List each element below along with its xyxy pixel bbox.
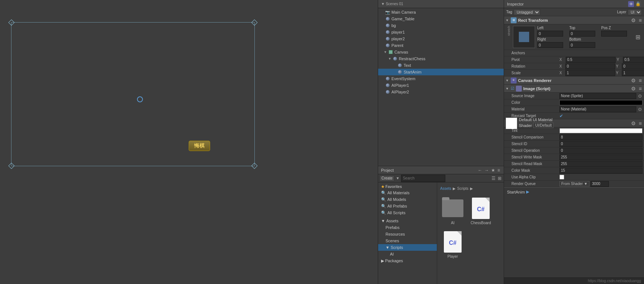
image-script-header[interactable]: ▼ ☑ Image (Script) ⚙ ≡	[504, 85, 644, 93]
sphere-icon-ai1	[385, 83, 390, 88]
scale-value: X Y Z	[559, 70, 644, 76]
hierarchy-item-game-table[interactable]: Game_Table	[378, 16, 504, 22]
render-queue-input[interactable]	[590, 181, 609, 187]
rt-top-value[interactable]	[569, 31, 595, 37]
handle-br[interactable]	[251, 163, 258, 169]
fav-all-materials[interactable]: 🔍 All Materials	[378, 189, 437, 196]
player-file-item[interactable]: C# Player	[440, 229, 465, 260]
rt-left-value[interactable]	[537, 31, 563, 37]
stencil-write-mask-input[interactable]	[559, 154, 643, 160]
hierarchy-content[interactable]: 📷 Main Camera Game_Table bg player1	[378, 8, 504, 166]
lock-icon[interactable]: 🔒	[635, 1, 641, 7]
pivot-y-input[interactable]	[623, 57, 644, 63]
assets-folder[interactable]: ▼ Assets	[378, 218, 437, 224]
handle-tl[interactable]	[8, 20, 15, 26]
material-input[interactable]	[559, 106, 636, 112]
stencil-op-input[interactable]	[559, 148, 643, 154]
rot-x-input[interactable]	[565, 64, 615, 69]
create-button[interactable]: Create	[380, 175, 394, 181]
hierarchy-item-eventsystem[interactable]: EventSystem	[378, 75, 504, 82]
tag-layer-bar: Tag Untagged Layer UI	[504, 8, 644, 16]
eye-icon[interactable]: 👁	[628, 1, 634, 7]
rect-transform-header[interactable]: ▼ ⊞ Rect Transform ⚙ ≡	[504, 16, 644, 24]
project-toolbar-bar: Create ▼ ☰ ⊞	[378, 174, 504, 182]
project-icon-btn1[interactable]: ←	[477, 168, 483, 173]
prefabs-folder[interactable]: Prefabs	[378, 224, 437, 231]
hierarchy-item-aiplayer2[interactable]: AIPlayer2	[378, 89, 504, 95]
project-search-input[interactable]	[401, 175, 445, 182]
canvas-renderer-settings[interactable]: ⚙	[630, 78, 637, 83]
use-alpha-clip-check[interactable]	[559, 175, 564, 179]
hierarchy-item-bg[interactable]: bg	[378, 22, 504, 29]
tag-select[interactable]: Untagged	[514, 9, 540, 15]
project-icon-btn2[interactable]: →	[484, 168, 490, 173]
ai-folder-item[interactable]: AI	[440, 196, 465, 226]
source-image-input[interactable]	[559, 93, 636, 99]
stencil-read-mask-input[interactable]	[559, 161, 643, 167]
hierarchy-item-text[interactable]: Text	[378, 62, 504, 69]
csharp-file-player: C#	[444, 231, 462, 253]
rot-x-label: X	[559, 64, 565, 68]
hierarchy-item-canvas[interactable]: ▼ Canvas	[378, 49, 504, 55]
hierarchy-item-player2[interactable]: player2	[378, 35, 504, 42]
stencil-op-label: Stencil Operation	[511, 148, 559, 153]
source-image-pick[interactable]: ⊙	[637, 93, 643, 99]
hierarchy-item-player1[interactable]: player1	[378, 29, 504, 35]
fav-all-models[interactable]: 🔍 All Models	[378, 196, 437, 203]
rt-expand-btn[interactable]: ⊞	[635, 34, 641, 41]
color-swatch[interactable]	[559, 100, 643, 105]
material-label: Material	[511, 107, 559, 111]
scale-y-input[interactable]	[622, 70, 644, 76]
stencil-id-input[interactable]	[559, 141, 643, 147]
scenes-folder[interactable]: Scenes	[378, 237, 437, 244]
stencil-comp-input[interactable]	[559, 134, 643, 140]
project-icon-btn4[interactable]: ≡	[497, 168, 501, 173]
image-script-check-wrap: ☑	[511, 86, 514, 91]
image-script-menu[interactable]: ≡	[638, 86, 643, 92]
pivot-x-input[interactable]	[566, 57, 616, 63]
rect-transform-menu[interactable]: ≡	[638, 17, 643, 23]
image-script-settings[interactable]: ⚙	[630, 86, 637, 92]
tint-swatch[interactable]	[559, 128, 643, 133]
material-pick[interactable]: ⊙	[637, 107, 643, 112]
hierarchy-item-startanim[interactable]: StartAnim	[378, 69, 504, 75]
hierarchy-item-main-camera[interactable]: 📷 Main Camera	[378, 9, 504, 16]
ai-subfolder[interactable]: AI	[378, 251, 437, 257]
scripts-folder[interactable]: ▼ Scripts	[378, 244, 437, 251]
scale-x-input[interactable]	[565, 70, 615, 76]
packages-folder[interactable]: ▶ Packages	[378, 257, 437, 264]
fav-all-scripts[interactable]: 🔍 All Scripts	[378, 209, 437, 216]
rt-right-value[interactable]	[537, 42, 563, 48]
from-shader-dropdown[interactable]: From Shader ▼	[559, 181, 589, 187]
handle-bl[interactable]	[8, 163, 15, 169]
layer-select[interactable]: UI	[628, 9, 642, 15]
startanim-arrow[interactable]: ▶	[526, 189, 529, 194]
sphere-icon-text	[397, 63, 402, 68]
rt-posz-value[interactable]	[601, 31, 627, 37]
shader-value: UI/Default	[533, 123, 553, 128]
material-settings[interactable]: ⚙	[630, 120, 637, 126]
color-mask-input[interactable]	[559, 168, 643, 174]
rt-bottom-value[interactable]	[569, 42, 595, 48]
fav-all-prefabs[interactable]: 🔍 All Prefabs	[378, 203, 437, 209]
project-icon-btn3[interactable]: ★	[490, 168, 496, 173]
image-script-checkbox[interactable]: ☑	[511, 86, 514, 91]
game-button[interactable]: 悔棋	[189, 141, 210, 151]
canvas-icon	[388, 49, 393, 55]
chessboard-file-item[interactable]: C# ChessBoard	[468, 196, 493, 226]
hierarchy-item-parent[interactable]: Parent	[378, 42, 504, 49]
hierarchy-item-restract[interactable]: ▼ RestractChess	[378, 55, 504, 62]
assets-breadcrumb[interactable]: Assets	[440, 187, 451, 191]
canvas-renderer-title: Canvas Renderer	[518, 78, 629, 83]
resources-folder[interactable]: Resources	[378, 231, 437, 237]
canvas-renderer-eye[interactable]: 👁	[511, 78, 517, 83]
hierarchy-item-aiplayer1[interactable]: AIPlayer1	[378, 82, 504, 89]
project-list-view-btn[interactable]: ☰	[491, 176, 496, 181]
material-menu[interactable]: ≡	[638, 120, 643, 126]
canvas-renderer-menu[interactable]: ≡	[638, 78, 643, 83]
handle-tr[interactable]	[251, 20, 258, 26]
rot-y-input[interactable]	[622, 64, 644, 69]
rect-transform-settings[interactable]: ⚙	[630, 17, 637, 23]
canvas-renderer-header[interactable]: ▼ 👁 Canvas Renderer ⚙ ≡	[504, 76, 644, 85]
project-grid-view-btn[interactable]: ⊞	[497, 176, 502, 181]
